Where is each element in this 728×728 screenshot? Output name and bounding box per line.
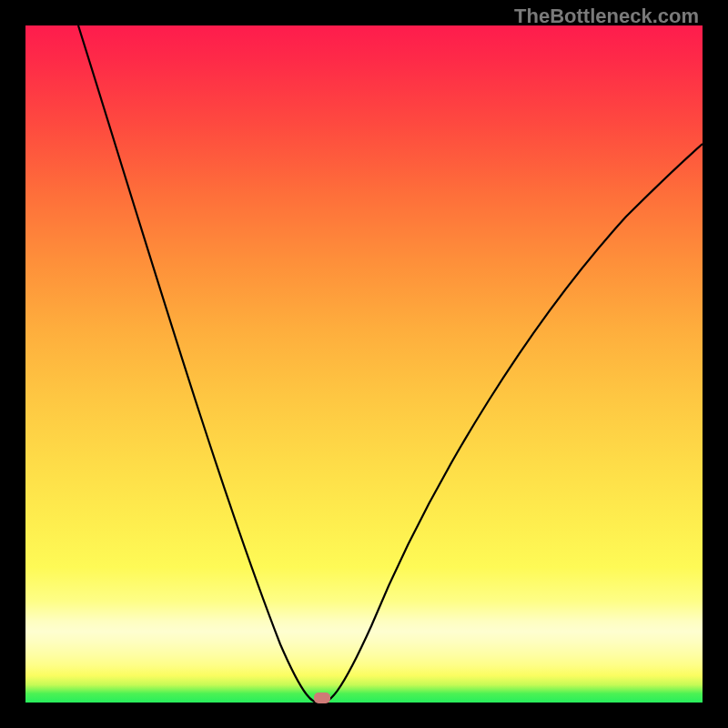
chart-frame: TheBottleneck.com [0, 0, 728, 728]
watermark-text: TheBottleneck.com [514, 5, 699, 28]
curve-svg [25, 25, 703, 703]
bottleneck-curve [78, 25, 703, 703]
plot-area [25, 25, 703, 703]
min-marker [314, 693, 330, 703]
